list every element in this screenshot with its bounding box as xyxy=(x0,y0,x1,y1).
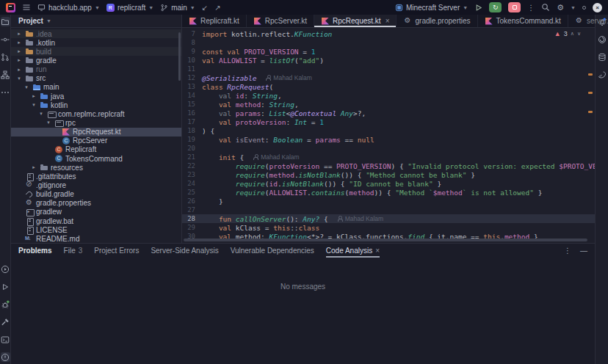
ai-assistant-icon[interactable] xyxy=(597,34,607,44)
tree-item-kotlin[interactable]: ▾kotlin xyxy=(11,101,181,109)
code-line-29[interactable]: 29 val kClass = this::class xyxy=(182,223,595,232)
tree-item-rpc[interactable]: ▾rpc xyxy=(11,118,181,127)
code-editor[interactable]: 7import kotlin.reflect.KFunction89const … xyxy=(182,28,595,243)
project-panel-header[interactable]: Project ▼ xyxy=(11,15,181,28)
code-line-8[interactable]: 8 xyxy=(182,38,595,47)
bottom-tab-Vulnerable Dependencies[interactable]: Vulnerable Dependencies xyxy=(231,244,314,258)
repl-widget[interactable]: R replicraft ▼ xyxy=(106,4,153,12)
tree-chevron-icon[interactable]: ▾ xyxy=(45,120,52,125)
horizontal-scrollbar[interactable] xyxy=(184,239,587,241)
chevron-down-icon[interactable]: ▼ xyxy=(571,5,576,10)
database-icon[interactable] xyxy=(597,52,607,62)
tree-item-TokensCommand[interactable]: CTokensCommand xyxy=(11,154,181,163)
bottom-tab-Project Errors[interactable]: Project Errors xyxy=(94,244,139,258)
prev-problem-icon[interactable]: ∧ xyxy=(571,31,574,37)
tree-item-.gitattributes[interactable]: .gitattributes xyxy=(11,172,181,181)
editor-tab-RpcServer.kt[interactable]: RpcServer.kt xyxy=(247,15,314,27)
tree-item-main[interactable]: ▾main xyxy=(11,83,181,92)
branch-widget[interactable]: main ▼ xyxy=(160,4,195,12)
push-button[interactable]: ↗ xyxy=(214,4,220,12)
update-project-button[interactable]: ↙ xyxy=(202,4,208,12)
tree-item-README.md[interactable]: README.md xyxy=(11,234,181,243)
build-icon[interactable] xyxy=(1,317,10,327)
tree-item-gradle[interactable]: ▸gradle xyxy=(11,56,181,65)
settings-icon[interactable]: ⚙ xyxy=(557,4,564,12)
rerun-button[interactable]: ↻ xyxy=(489,2,502,12)
inspections-widget[interactable]: ▲ 3 ∧ ∨ xyxy=(552,30,583,37)
tree-item-run[interactable]: ▸run xyxy=(11,65,181,74)
commit-icon[interactable] xyxy=(1,34,10,44)
hide-toolwindow-icon[interactable]: — xyxy=(580,247,587,255)
tree-chevron-icon[interactable]: ▸ xyxy=(15,40,23,46)
run-button[interactable] xyxy=(474,4,482,12)
code-line-24[interactable]: 24 require(id.isNotBlank()) { "ID cannot… xyxy=(182,179,595,188)
bottom-tab-File[interactable]: File3 xyxy=(64,244,83,258)
tree-chevron-icon[interactable]: ▾ xyxy=(37,111,45,117)
services-icon[interactable] xyxy=(1,264,10,274)
code-line-12[interactable]: 12@SerializableMahad Kalam xyxy=(182,73,595,82)
next-problem-icon[interactable]: ∨ xyxy=(577,31,581,37)
editor-tab-RpcRequest.kt[interactable]: RpcRequest.kt× xyxy=(314,15,397,27)
code-line-9[interactable]: 9const val PROTO_VERSION = 1 xyxy=(182,47,595,56)
code-line-7[interactable]: 7import kotlin.reflect.KFunction xyxy=(182,29,595,38)
code-line-15[interactable]: 15 val method: String, xyxy=(182,100,595,109)
scrollbar-warning-mark[interactable] xyxy=(588,92,593,94)
code-line-27[interactable]: 27 xyxy=(182,205,595,214)
author-inlay-hint[interactable]: Mahad Kalam xyxy=(337,215,383,222)
code-line-13[interactable]: 13class RpcRequest( xyxy=(182,82,595,91)
author-inlay-hint[interactable]: Mahad Kalam xyxy=(253,153,299,161)
tree-item-gradlew.bat[interactable]: gradlew.bat xyxy=(11,216,181,225)
tree-chevron-icon[interactable]: ▸ xyxy=(30,93,37,99)
scrollbar-warning-mark[interactable] xyxy=(588,111,593,113)
tree-chevron-icon[interactable]: ▸ xyxy=(15,31,23,37)
toolwindow-options-icon[interactable]: ⋮ xyxy=(564,247,571,255)
more-actions-icon[interactable]: ⋮ xyxy=(527,4,535,12)
editor-tab-Replicraft.kt[interactable]: Replicraft.kt xyxy=(182,15,247,27)
problems-icon[interactable] xyxy=(1,352,10,362)
tree-chevron-icon[interactable]: ▾ xyxy=(15,76,23,81)
tree-item-com.replmc.replcraft[interactable]: ▾com.replmc.replcraft xyxy=(11,109,181,118)
tree-item-.kotlin[interactable]: ▸.kotlin xyxy=(11,38,181,47)
stop-button[interactable] xyxy=(508,2,521,12)
tree-scrollbar[interactable] xyxy=(178,32,181,81)
bottom-tab-Server-Side Analysis[interactable]: Server-Side Analysis xyxy=(151,244,218,258)
code-line-26[interactable]: 26 } xyxy=(182,197,595,205)
project-folder-icon[interactable] xyxy=(1,17,10,26)
tree-item-.gitignore[interactable]: .gitignore xyxy=(11,181,181,189)
gradle-icon[interactable] xyxy=(597,70,607,79)
user-avatar[interactable]: × xyxy=(593,3,602,12)
presence-icon[interactable] xyxy=(582,6,586,10)
editor-tab-server.properties[interactable]: server.properties xyxy=(568,15,608,27)
code-line-21[interactable]: 21 init {Mahad Kalam xyxy=(182,153,595,161)
code-line-19[interactable]: 19 val isEvent: Boolean = params == null xyxy=(182,135,595,144)
tree-item-build[interactable]: ▸build xyxy=(11,47,181,56)
author-inlay-hint[interactable]: Mahad Kalam xyxy=(265,74,311,81)
tree-chevron-icon[interactable]: ▸ xyxy=(15,67,23,73)
tree-item-RpcServer[interactable]: CRpcServer xyxy=(11,136,181,145)
code-line-10[interactable]: 10val ALLOWLIST = listOf("add") xyxy=(182,56,595,65)
search-icon[interactable] xyxy=(541,3,550,12)
code-line-20[interactable]: 20 xyxy=(182,144,595,153)
main-menu-icon[interactable] xyxy=(22,3,31,12)
close-tab-icon[interactable]: × xyxy=(375,247,380,255)
tree-item-gradle.properties[interactable]: gradle.properties xyxy=(11,199,181,208)
bottom-tab-Code Analysis[interactable]: Code Analysis× xyxy=(326,244,380,258)
editor-tab-gradle.properties[interactable]: gradle.properties xyxy=(397,15,477,27)
tree-chevron-icon[interactable]: ▸ xyxy=(30,164,37,170)
tree-item-.idea[interactable]: ▸.idea xyxy=(11,29,181,38)
project-switcher[interactable]: hackclub.app ▼ xyxy=(37,4,100,12)
code-line-14[interactable]: 14 val id: String, xyxy=(182,91,595,100)
run-config-selector[interactable]: Minecraft Server ▼ xyxy=(395,4,468,12)
structure-icon[interactable] xyxy=(1,70,10,79)
tree-item-src[interactable]: ▾src xyxy=(11,74,181,83)
scrollbar-warning-mark[interactable] xyxy=(588,73,593,76)
code-line-16[interactable]: 16 val params: List<@Contextual Any>?, xyxy=(182,109,595,117)
code-line-17[interactable]: 17 val protoVersion: Int = 1 xyxy=(182,117,595,126)
tree-item-gradlew[interactable]: gradlew xyxy=(11,208,181,216)
editor-tab-TokensCommand.kt[interactable]: TokensCommand.kt xyxy=(478,15,568,27)
run-icon[interactable] xyxy=(1,282,10,291)
code-line-23[interactable]: 23 require(method.isNotBlank()) { "Metho… xyxy=(182,170,595,179)
debug-icon[interactable] xyxy=(1,299,10,309)
code-line-22[interactable]: 22 require(protoVersion == PROTO_VERSION… xyxy=(182,161,595,170)
toolwindow-title[interactable]: Problems xyxy=(18,247,52,255)
